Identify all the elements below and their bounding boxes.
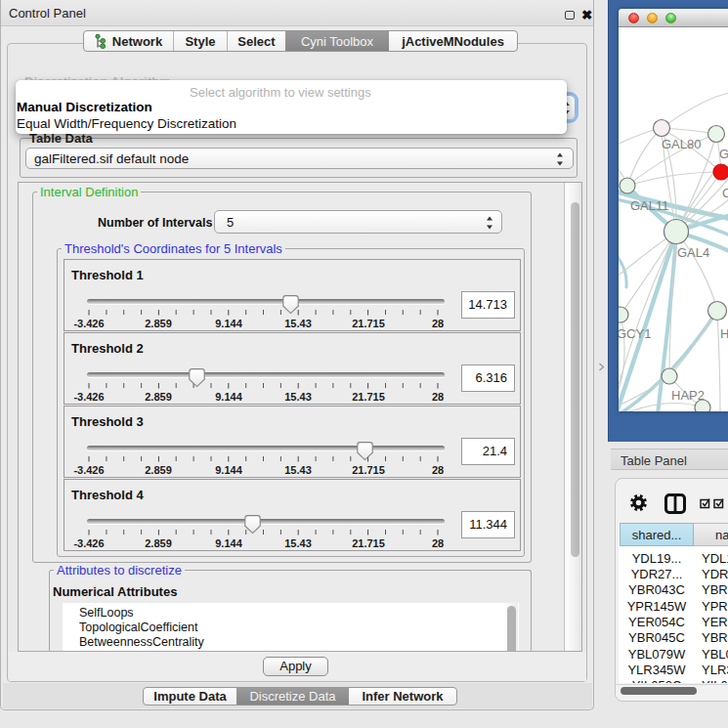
- svg-text:GAL4: GAL4: [677, 245, 709, 260]
- svg-text:GA: GA: [719, 147, 728, 161]
- svg-text:GCY1: GCY1: [619, 326, 651, 341]
- svg-text:GAL11: GAL11: [630, 198, 669, 213]
- svg-text:GAL80: GAL80: [662, 137, 701, 151]
- svg-text:H: H: [720, 326, 728, 341]
- svg-text:HAP2: HAP2: [671, 388, 705, 403]
- svg-text:C: C: [722, 186, 728, 200]
